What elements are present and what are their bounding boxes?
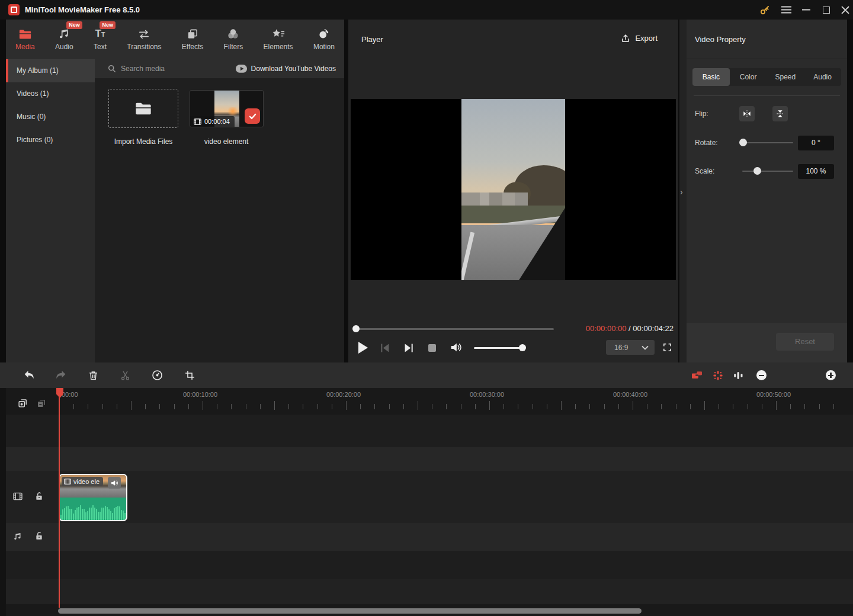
tab-speed[interactable]: Speed <box>767 68 804 86</box>
close-button[interactable] <box>835 0 853 20</box>
clip-duration: 00:00:04 <box>204 118 230 125</box>
search-icon <box>108 65 116 73</box>
export-label: Export <box>635 34 658 43</box>
aspect-ratio-select[interactable]: 16:9 <box>606 340 655 355</box>
previous-frame-button[interactable] <box>379 343 390 353</box>
ruler-label: 00:00:20:00 <box>320 391 367 398</box>
rotate-label: Rotate: <box>695 139 718 147</box>
tab-effects-label: Effects <box>182 43 203 51</box>
time-display: 00:00:00:00 / 00:00:04:22 <box>586 324 674 333</box>
add-track-icon[interactable] <box>18 398 28 408</box>
tab-color[interactable]: Color <box>730 68 767 86</box>
audio-track[interactable] <box>0 523 853 551</box>
sidebar-item-music[interactable]: Music (0) <box>6 105 95 129</box>
rotate-value[interactable]: 0 ° <box>798 136 834 150</box>
snap-toggle[interactable] <box>712 362 724 388</box>
sidebar-item-videos[interactable]: Videos (1) <box>6 82 95 105</box>
flip-label: Flip: <box>695 110 708 118</box>
stop-button[interactable] <box>428 344 436 352</box>
delete-button[interactable] <box>87 362 99 388</box>
reset-button[interactable]: Reset <box>776 333 834 351</box>
chevron-down-icon <box>642 345 649 350</box>
rotate-slider[interactable] <box>742 142 793 143</box>
audio-new-badge: New <box>66 21 82 29</box>
text-new-badge: New <box>100 21 116 29</box>
timeline-clip[interactable]: video ele <box>59 474 127 521</box>
app-window: MiniTool MovieMaker Free 8.5.0 Media New <box>0 0 853 616</box>
flip-horizontal-button[interactable] <box>739 106 755 121</box>
redo-button[interactable] <box>54 362 66 388</box>
crop-button[interactable] <box>184 362 195 388</box>
film-icon <box>194 118 201 125</box>
scale-slider[interactable] <box>742 171 793 172</box>
timeline-horizontal-scrollbar[interactable] <box>58 608 642 614</box>
download-youtube-button[interactable]: Download YouTube Videos <box>236 65 336 73</box>
speed-button[interactable] <box>151 362 163 388</box>
scale-slider-handle[interactable] <box>753 167 761 175</box>
seek-handle[interactable] <box>352 325 360 332</box>
license-key-icon[interactable] <box>755 0 775 20</box>
tab-motion-label: Motion <box>313 43 335 51</box>
clip-duration-overlay: 00:00:04 <box>190 116 235 127</box>
video-track[interactable] <box>0 471 853 523</box>
undo-button[interactable] <box>24 362 36 388</box>
volume-handle[interactable] <box>519 344 526 351</box>
clip-selected-check-icon[interactable] <box>245 108 260 124</box>
tab-motion[interactable]: Motion <box>313 20 335 59</box>
clip-audio-toggle[interactable] <box>108 477 121 489</box>
download-youtube-label: Download YouTube Videos <box>251 65 336 73</box>
tab-elements[interactable]: Elements <box>264 20 293 59</box>
app-title: MiniTool MovieMaker Free 8.5.0 <box>25 0 140 20</box>
film-icon <box>64 479 71 485</box>
next-frame-button[interactable] <box>403 343 415 353</box>
scale-value[interactable]: 100 % <box>798 164 834 179</box>
tab-transitions[interactable]: Transitions <box>127 20 161 59</box>
zoom-in-button[interactable] <box>825 362 836 388</box>
export-icon <box>621 33 630 43</box>
export-button[interactable]: Export <box>621 33 658 43</box>
track-height-toggle[interactable] <box>732 362 744 388</box>
media-search-bar: Download YouTube Videos <box>95 59 344 78</box>
search-input[interactable] <box>121 65 204 73</box>
tab-audio[interactable]: Audio <box>804 68 841 86</box>
tab-basic[interactable]: Basic <box>692 68 730 86</box>
tab-text[interactable]: New TT Text <box>94 20 107 59</box>
video-property-panel: Video Property Basic Color Speed Audio F… <box>687 20 847 362</box>
property-panel-title: Video Property <box>695 35 746 44</box>
playhead-line[interactable] <box>59 388 60 608</box>
split-scissors-button[interactable] <box>119 362 131 388</box>
app-logo-icon <box>8 4 20 15</box>
tab-audio-label: Audio <box>55 43 73 51</box>
sidebar-item-pictures[interactable]: Pictures (0) <box>6 129 95 152</box>
rotate-slider-handle[interactable] <box>739 139 747 146</box>
timeline-clip-label: video ele <box>73 478 100 485</box>
seek-bar[interactable] <box>357 328 554 330</box>
tab-media-label: Media <box>15 43 35 51</box>
timeline-clip-waveform <box>60 498 126 520</box>
panel-collapse-handle[interactable]: › <box>679 20 687 362</box>
current-time: 00:00:00:00 <box>586 324 627 333</box>
tab-filters[interactable]: Filters <box>224 20 243 59</box>
flip-vertical-button[interactable] <box>772 106 788 121</box>
title-bar: MiniTool MovieMaker Free 8.5.0 <box>0 0 853 20</box>
maximize-button[interactable] <box>816 0 836 20</box>
remove-track-icon[interactable] <box>37 399 46 408</box>
zoom-out-button[interactable] <box>755 362 767 388</box>
transitions-icon <box>137 26 150 40</box>
tab-effects[interactable]: Effects <box>182 20 203 59</box>
media-clip-card[interactable]: 00:00:04 <box>190 90 264 127</box>
menu-icon[interactable] <box>776 0 796 20</box>
ripple-edit-toggle[interactable] <box>691 362 703 388</box>
minimize-button[interactable] <box>796 0 816 20</box>
tab-media[interactable]: Media <box>15 20 35 59</box>
volume-icon[interactable] <box>450 342 462 352</box>
tab-audio[interactable]: New Audio <box>55 20 73 59</box>
video-track-lock-icon[interactable] <box>35 492 43 501</box>
sidebar-item-my-album[interactable]: My Album (1) <box>6 59 95 82</box>
play-button[interactable] <box>358 342 368 354</box>
tab-text-label: Text <box>94 43 107 51</box>
import-media-dropzone[interactable] <box>108 89 178 128</box>
audio-track-lock-icon[interactable] <box>35 531 43 541</box>
volume-slider[interactable] <box>474 347 525 349</box>
fullscreen-button[interactable] <box>662 342 672 352</box>
